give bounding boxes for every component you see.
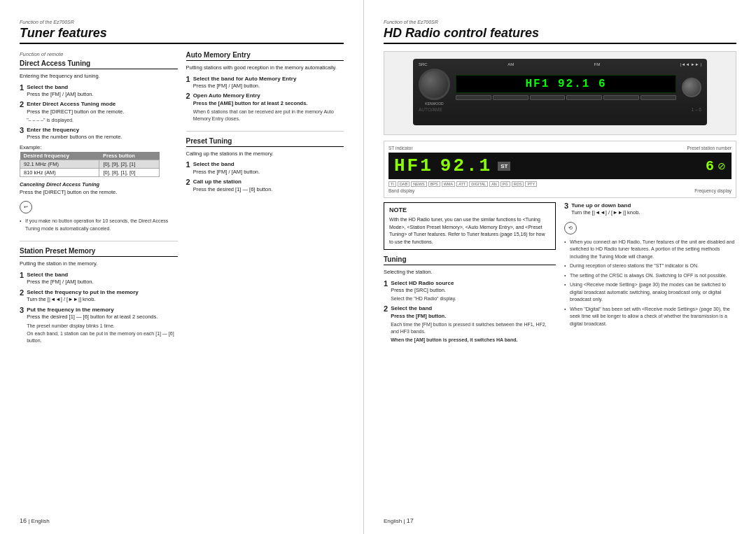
pt-step-2-title: Call up the station bbox=[193, 178, 344, 185]
radio-right-section bbox=[682, 78, 701, 97]
pt-step-2-content: Call up the station Press the desired [1… bbox=[193, 178, 344, 193]
preset-step-1-title: Select the band bbox=[27, 272, 177, 279]
tuning-step-num-2: 2 bbox=[384, 305, 388, 313]
preset-step-3-content: Put the frequency in the memory Press th… bbox=[27, 307, 177, 344]
auto-step-2: 2 Open Auto Memory Entry Press the [AME]… bbox=[186, 92, 344, 122]
cancel-title: Canceling Direct Access Tuning bbox=[20, 181, 178, 188]
tuning-step-2-content: Select the band Press the [FM] button. E… bbox=[391, 305, 556, 343]
note-title: NOTE bbox=[389, 206, 550, 213]
section-tuning: Tuning Selecting the station. 1 Select H… bbox=[384, 255, 556, 343]
left-page-number: 16 | English bbox=[20, 517, 50, 524]
preset-btn-4[interactable] bbox=[566, 95, 602, 100]
device-label-row: AUTO/AME 1 – 6 bbox=[419, 107, 701, 112]
tuning-step-1: 1 Select HD Radio source Press the [SRC]… bbox=[384, 280, 556, 303]
tune-band-detail: Turn the [|◄◄] / [►►|] knob. bbox=[571, 209, 736, 217]
preset-btn-5[interactable] bbox=[603, 95, 639, 100]
radio-lcd-display: HF1 92.1 6 bbox=[456, 75, 676, 93]
section-direct-access: Function of remote Direct Access Tuning … bbox=[20, 51, 178, 232]
pt-step-1-content: Select the band Press the [FM] / [AM] bu… bbox=[193, 161, 344, 176]
preset-step-2: 2 Select the frequency to put in the mem… bbox=[20, 289, 178, 304]
tuning-step-1-title: Select HD Radio source bbox=[391, 280, 556, 287]
sub-icons-row: TI DAB NEWS BPS WMA ATT DIGITAL AN PG RD… bbox=[388, 181, 732, 187]
st-indicator-label: ST indicator bbox=[388, 146, 413, 150]
step-2-content: Enter Direct Access Tuning mode Press th… bbox=[27, 101, 177, 124]
sub-icon-news: NEWS bbox=[411, 181, 427, 187]
left-page-title: Tuner features bbox=[20, 26, 344, 44]
preset-step-3-title: Put the frequency in the memory bbox=[27, 307, 177, 314]
tune-bullets: When you connect an HD Radio, Tuner feat… bbox=[564, 239, 736, 328]
diagram-bottom-labels: Band display Frequency display bbox=[388, 188, 732, 193]
right-page-title: HD Radio control features bbox=[384, 26, 736, 44]
radio-top-bar: SRC AM FM |◄◄ ►► | bbox=[419, 62, 701, 66]
auto-memory-intro: Putting stations with good reception in … bbox=[186, 64, 344, 72]
tuning-step-num-1: 1 bbox=[384, 280, 388, 288]
tune-bullet-1: When you connect an HD Radio, Tuner feat… bbox=[564, 239, 736, 261]
preset-step-num-1: 1 bbox=[20, 272, 24, 279]
preset-btn-1[interactable] bbox=[456, 95, 491, 100]
sub-icon-ti: TI bbox=[388, 181, 396, 187]
right-page: Function of the Ez700SR HD Radio control… bbox=[364, 0, 756, 534]
direct-access-title: Direct Access Tuning bbox=[20, 59, 178, 69]
left-page: Function of the Ez700SR Tuner features F… bbox=[0, 0, 364, 534]
right-knob bbox=[682, 78, 701, 97]
tune-icon: ⟲ bbox=[564, 222, 577, 234]
auto-step-num-1: 1 bbox=[186, 76, 190, 83]
preset-step-2-title: Select the frequency to put in the memor… bbox=[27, 289, 177, 296]
preset-tuning-title: Preset Tuning bbox=[186, 137, 344, 147]
sub-icon-att: ATT bbox=[456, 181, 468, 187]
left-function-label: Function of the Ez700SR bbox=[20, 20, 344, 24]
right-function-label: Function of the Ez700SR bbox=[384, 20, 736, 24]
auto-step-2-content: Open Auto Memory Entry Press the [AME] b… bbox=[193, 92, 344, 122]
auto-step-2-note: When 6 stations that can be received are… bbox=[193, 108, 344, 122]
device-image-area: SRC AM FM |◄◄ ►► | KENWOOD HF1 92.1 6 bbox=[384, 51, 736, 135]
preset-btn-6[interactable] bbox=[640, 95, 676, 100]
tune-bullet-3: The setting of the CRSC is always ON. Sw… bbox=[564, 272, 736, 280]
table-row: 92.1 MHz (FM) [0], [9], [2], [1] bbox=[20, 160, 160, 168]
step-2-title: Enter Direct Access Tuning mode bbox=[27, 101, 177, 108]
auto-step-1-content: Select the band for Auto Memory Entry Pr… bbox=[193, 76, 344, 90]
left-lang: English bbox=[31, 518, 50, 524]
table-cell-btn-1: [0], [9], [2], [1] bbox=[99, 160, 160, 168]
icon-row: ↩ bbox=[20, 199, 178, 216]
sub-icon-digital: DIGITAL bbox=[469, 181, 488, 187]
preset-btn-2[interactable] bbox=[493, 95, 528, 100]
right-page-num: 17 bbox=[407, 517, 414, 524]
st-badge: ST bbox=[498, 162, 510, 171]
preset-step-num-2: 2 bbox=[20, 289, 24, 297]
lcd-area: HF1 92.1 ST 6 ⊘ bbox=[388, 153, 732, 179]
step-1: 1 Select the band Press the [FM] / [AM] … bbox=[20, 84, 178, 99]
section-station-preset: Station Preset Memory Putting the statio… bbox=[20, 247, 178, 344]
preset-number-label: Preset station number bbox=[687, 146, 732, 150]
tuning-step-2: 2 Select the band Press the [FM] button.… bbox=[384, 305, 556, 343]
sub-icon-pg: PG bbox=[500, 181, 510, 187]
tuning-step-1-detail: Press the [SRC] button. bbox=[391, 287, 556, 295]
table-header-btn: Press button bbox=[99, 152, 160, 160]
diagram-top-labels: ST indicator Preset station number bbox=[388, 146, 732, 150]
direct-access-subtitle: Function of remote bbox=[20, 51, 178, 57]
step-1-detail: Press the [FM] / [AM] button. bbox=[27, 91, 177, 99]
cancel-box: Canceling Direct Access Tuning Press the… bbox=[20, 181, 178, 197]
right-columns: NOTE With the HD Radio tuner, you can us… bbox=[384, 202, 736, 351]
preset-step-3-note1: The preset number display blinks 1 time. bbox=[27, 323, 177, 330]
left-col: Function of remote Direct Access Tuning … bbox=[20, 51, 178, 353]
tune-band-content: Tune up or down band Turn the [|◄◄] / [►… bbox=[571, 202, 736, 217]
frequency-table: Desired frequency Press button 92.1 MHz … bbox=[20, 152, 160, 177]
step-2: 2 Enter Direct Access Tuning mode Press … bbox=[20, 101, 178, 124]
pt-step-1-detail: Press the [FM] / [AM] button. bbox=[193, 169, 344, 176]
tune-icon-row: ⟲ bbox=[564, 220, 736, 237]
tuning-step-1-content: Select HD Radio source Press the [SRC] b… bbox=[391, 280, 556, 303]
step-num-3: 3 bbox=[20, 127, 24, 134]
frequency-display-label: Frequency display bbox=[694, 188, 732, 193]
tuning-step-1-note: Select the "HD Radio" display. bbox=[391, 295, 556, 302]
preset-tuning-intro: Calling up the stations in the memory. bbox=[186, 150, 344, 158]
tune-band-step: 3 Tune up or down band Turn the [|◄◄] / … bbox=[564, 202, 736, 217]
radio-middle: KENWOOD HF1 92.1 6 bbox=[419, 69, 701, 106]
preset-range-label: 1 – 6 bbox=[692, 107, 701, 112]
preset-btn-3[interactable] bbox=[530, 95, 566, 100]
tuning-step-2-note2: When the [AM] button is pressed, it swit… bbox=[391, 337, 556, 344]
tuning-step-2-title: Select the band bbox=[391, 305, 556, 312]
right-col-left: NOTE With the HD Radio tuner, you can us… bbox=[384, 202, 556, 351]
band-display-label: Band display bbox=[388, 188, 414, 193]
divider-1 bbox=[20, 241, 178, 241]
section-preset-tuning: Preset Tuning Calling up the stations in… bbox=[186, 137, 344, 193]
